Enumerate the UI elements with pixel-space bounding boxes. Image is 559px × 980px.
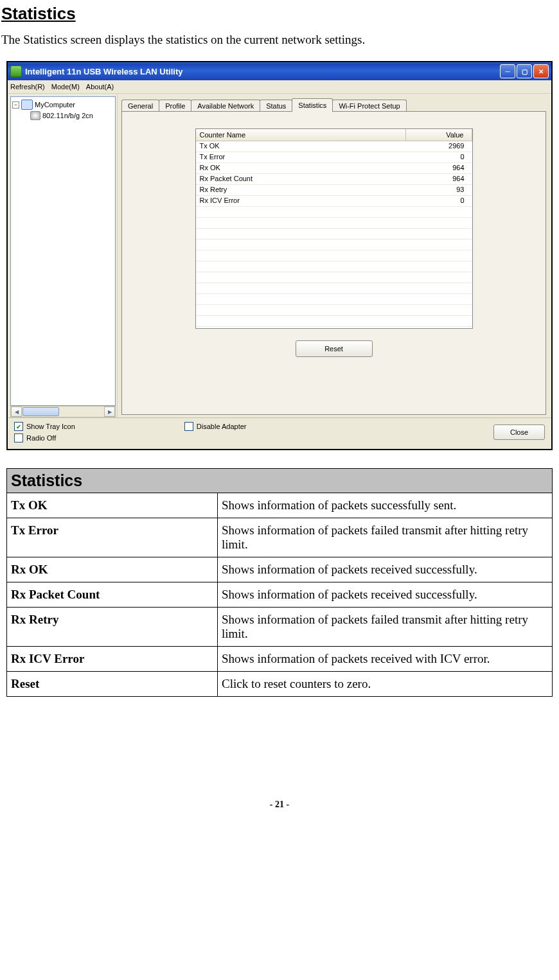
check-icon bbox=[14, 433, 23, 442]
window-title: Intelligent 11n USB Wireless LAN Utility bbox=[25, 67, 182, 76]
column-header-value[interactable]: Value bbox=[406, 129, 472, 141]
app-icon bbox=[10, 66, 22, 77]
table-row bbox=[196, 283, 472, 294]
table-row bbox=[196, 305, 472, 316]
cell-name: Rx Retry bbox=[196, 185, 407, 195]
cell-name: Rx Packet Count bbox=[196, 174, 407, 184]
tree-root-label[interactable]: MyComputer bbox=[35, 101, 75, 109]
doc-desc: Shows information of packets received su… bbox=[218, 582, 553, 608]
device-tree[interactable]: − MyComputer 802.11n/b/g 2cn bbox=[10, 96, 116, 406]
close-button[interactable]: Close bbox=[493, 424, 545, 440]
tab-profile[interactable]: Profile bbox=[159, 100, 191, 112]
doc-term: Rx Packet Count bbox=[7, 582, 218, 608]
menubar: Refresh(R) Mode(M) About(A) bbox=[8, 80, 551, 94]
doc-term: Reset bbox=[7, 672, 218, 697]
table-row bbox=[196, 250, 472, 261]
doc-term: Rx ICV Error bbox=[7, 647, 218, 672]
documentation-table: Statistics Tx OKShows information of pac… bbox=[6, 468, 553, 697]
window-close-button[interactable]: ✕ bbox=[533, 64, 549, 78]
doc-desc: Shows information of packets failed tran… bbox=[218, 518, 553, 557]
page-number: - 21 - bbox=[0, 800, 559, 810]
bottom-bar: ✔ Show Tray Icon Radio Off Disable Adapt… bbox=[8, 417, 551, 449]
table-row bbox=[196, 316, 472, 327]
cell-value: 964 bbox=[407, 163, 472, 173]
table-row[interactable]: Rx Retry93 bbox=[196, 185, 472, 196]
tree-collapse-icon[interactable]: − bbox=[12, 101, 19, 109]
cell-value: 2969 bbox=[407, 141, 472, 152]
tab-strip: General Profile Available Network Status… bbox=[121, 98, 546, 112]
computer-icon bbox=[21, 100, 33, 110]
tree-child-label[interactable]: 802.11n/b/g 2cn bbox=[42, 112, 93, 119]
table-row bbox=[196, 229, 472, 240]
table-row[interactable]: Tx OK2969 bbox=[196, 141, 472, 152]
checkbox-label: Radio Off bbox=[26, 434, 56, 442]
checkbox-show-tray[interactable]: ✔ Show Tray Icon bbox=[14, 422, 75, 431]
checkbox-label: Disable Adapter bbox=[197, 423, 247, 430]
doc-desc: Shows information of packets successfull… bbox=[218, 493, 553, 518]
checkbox-radio-off[interactable]: Radio Off bbox=[14, 433, 75, 442]
scroll-thumb[interactable] bbox=[22, 407, 59, 416]
cell-name: Rx OK bbox=[196, 163, 407, 173]
tab-available-network[interactable]: Available Network bbox=[191, 100, 260, 112]
reset-button[interactable]: Reset bbox=[296, 340, 373, 357]
cell-name: Tx OK bbox=[196, 141, 407, 152]
doc-desc: Shows information of packets failed tran… bbox=[218, 608, 553, 647]
statistics-listview[interactable]: Counter Name Value Tx OK2969 Tx Error0 R… bbox=[195, 128, 473, 329]
minimize-button[interactable]: ─ bbox=[500, 64, 515, 78]
section-heading: Statistics bbox=[1, 4, 559, 24]
table-row[interactable]: Rx ICV Error0 bbox=[196, 196, 472, 207]
tab-panel-statistics: Counter Name Value Tx OK2969 Tx Error0 R… bbox=[121, 111, 546, 415]
doc-term: Tx Error bbox=[7, 518, 218, 557]
tab-statistics[interactable]: Statistics bbox=[292, 98, 333, 112]
scroll-right-icon[interactable]: ▶ bbox=[104, 407, 115, 417]
checkbox-label: Show Tray Icon bbox=[26, 423, 75, 430]
intro-text: The Statistics screen displays the stati… bbox=[1, 33, 559, 47]
scroll-left-icon[interactable]: ◀ bbox=[11, 407, 22, 417]
table-row bbox=[196, 272, 472, 283]
table-row[interactable]: Tx Error0 bbox=[196, 152, 472, 163]
table-row[interactable]: Rx Packet Count964 bbox=[196, 174, 472, 185]
tab-general[interactable]: General bbox=[121, 100, 159, 112]
doc-term: Tx OK bbox=[7, 493, 218, 518]
check-icon bbox=[184, 422, 193, 431]
table-row[interactable]: Rx OK964 bbox=[196, 163, 472, 174]
horizontal-scrollbar[interactable]: ◀ ▶ bbox=[10, 406, 116, 417]
cell-name: Rx ICV Error bbox=[196, 196, 407, 206]
checkbox-disable-adapter[interactable]: Disable Adapter bbox=[184, 422, 247, 431]
menu-about[interactable]: About(A) bbox=[86, 83, 114, 91]
cell-value: 0 bbox=[407, 196, 472, 206]
table-row bbox=[196, 218, 472, 229]
doc-desc: Click to reset counters to zero. bbox=[218, 672, 553, 697]
menu-mode[interactable]: Mode(M) bbox=[51, 83, 80, 91]
tab-status[interactable]: Status bbox=[260, 100, 292, 112]
table-row bbox=[196, 261, 472, 272]
cell-value: 964 bbox=[407, 174, 472, 184]
doc-desc: Shows information of packets received su… bbox=[218, 557, 553, 582]
cell-value: 93 bbox=[407, 185, 472, 195]
doc-term: Rx Retry bbox=[7, 608, 218, 647]
table-row bbox=[196, 207, 472, 218]
cell-value: 0 bbox=[407, 152, 472, 162]
maximize-button[interactable]: ▢ bbox=[517, 64, 532, 78]
column-header-name[interactable]: Counter Name bbox=[196, 129, 406, 141]
cell-name: Tx Error bbox=[196, 152, 407, 162]
app-window: Intelligent 11n USB Wireless LAN Utility… bbox=[6, 61, 553, 450]
doc-term: Rx OK bbox=[7, 557, 218, 582]
doc-table-title: Statistics bbox=[7, 469, 553, 493]
table-row bbox=[196, 240, 472, 250]
titlebar[interactable]: Intelligent 11n USB Wireless LAN Utility… bbox=[8, 62, 551, 80]
tab-wps[interactable]: Wi-Fi Protect Setup bbox=[332, 100, 406, 112]
doc-desc: Shows information of packets received wi… bbox=[218, 647, 553, 672]
menu-refresh[interactable]: Refresh(R) bbox=[10, 83, 45, 91]
adapter-icon bbox=[30, 111, 40, 120]
check-icon: ✔ bbox=[14, 422, 23, 431]
table-row bbox=[196, 294, 472, 305]
